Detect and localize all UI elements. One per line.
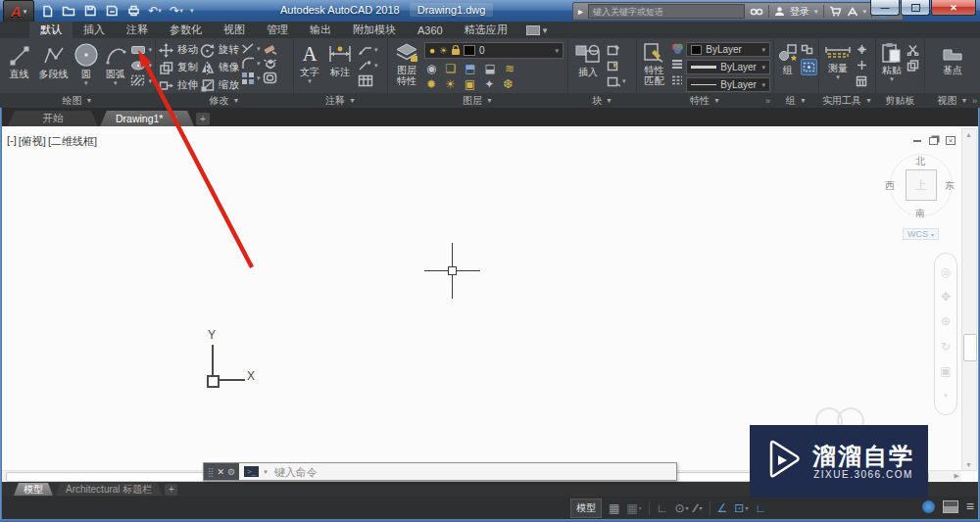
layer-properties-button[interactable]: 图层特性 bbox=[391, 40, 422, 86]
ribbon-tab-home[interactable]: 默认 bbox=[29, 22, 73, 38]
dialog-launcher-icon[interactable]: » bbox=[765, 96, 770, 106]
dropdown-arrow-icon[interactable]: ▾ bbox=[836, 74, 840, 80]
edit-attributes-button[interactable] bbox=[607, 59, 626, 71]
match-properties-button[interactable]: 特性匹配 bbox=[640, 40, 668, 86]
ellipse-tool-button[interactable]: ▾ bbox=[130, 59, 152, 71]
search-binoculars-icon[interactable] bbox=[750, 3, 763, 21]
performance-status-badge[interactable] bbox=[922, 500, 935, 513]
wcs-dropdown[interactable]: WCS▾ bbox=[903, 228, 939, 240]
offset-tool-button[interactable] bbox=[263, 71, 277, 84]
object-snap-tracking-toggle[interactable]: ∠ bbox=[717, 502, 728, 514]
zoom-extents-icon[interactable]: ⊕ bbox=[941, 315, 951, 327]
recent-commands-icon[interactable]: ▾ bbox=[264, 468, 268, 476]
qat-customize-button[interactable]: ▾ bbox=[190, 7, 194, 15]
app-store-cart-icon[interactable] bbox=[829, 3, 842, 21]
explode-tool-button[interactable] bbox=[263, 57, 277, 70]
linetype-icon[interactable] bbox=[670, 73, 684, 86]
group-edit-button[interactable] bbox=[801, 59, 817, 75]
dropdown-arrow-icon[interactable]: ▾ bbox=[639, 502, 642, 514]
sign-in-button[interactable]: 登录 bbox=[790, 5, 809, 19]
object-color-dropdown[interactable]: ByLayer▾ bbox=[686, 42, 770, 57]
layer-isolate-icon[interactable]: ⬓ bbox=[485, 63, 496, 74]
viewcube-south-label[interactable]: 南 bbox=[915, 207, 925, 220]
dropdown-arrow-icon[interactable]: ▾ bbox=[374, 62, 378, 70]
chevron-down-icon[interactable]: ▾ bbox=[863, 8, 867, 16]
dropdown-arrow-icon[interactable]: ▾ bbox=[114, 80, 118, 86]
save-button[interactable] bbox=[82, 4, 98, 18]
file-tab-drawing1[interactable]: Drawing1* ✕ bbox=[100, 111, 194, 126]
dropdown-arrow-icon[interactable]: ▾ bbox=[84, 80, 88, 86]
hatch-tool-button[interactable]: ▾ bbox=[130, 74, 152, 87]
snap-mode-toggle[interactable]: ▦▾ bbox=[626, 502, 641, 514]
dropdown-arrow-icon[interactable]: ▾ bbox=[686, 502, 689, 514]
stretch-tool-button[interactable]: 拉伸 bbox=[159, 77, 198, 93]
panel-label-view[interactable]: 视图▼» bbox=[925, 93, 980, 108]
vertical-scroll-thumb[interactable] bbox=[963, 334, 977, 361]
plot-button[interactable] bbox=[125, 4, 141, 18]
measure-button[interactable]: 测量 ▾ bbox=[822, 40, 854, 80]
dropdown-arrow-icon[interactable]: ▾ bbox=[257, 45, 261, 53]
layer-freeze-icon[interactable]: ❆ bbox=[503, 78, 513, 90]
insert-block-button[interactable]: 插入 bbox=[571, 40, 605, 77]
help-search-input[interactable] bbox=[588, 4, 745, 19]
viewport-visual-style-control[interactable]: [二维线框] bbox=[48, 134, 97, 149]
lineweight-icon[interactable] bbox=[670, 58, 684, 71]
model-space-toggle[interactable]: 模型 bbox=[570, 498, 602, 518]
layer-match-icon[interactable]: ❏ bbox=[445, 63, 456, 74]
layer-on-icon[interactable]: ✹ bbox=[426, 78, 436, 90]
panel-label-annotation[interactable]: 注释▼ bbox=[294, 93, 387, 108]
restore-button[interactable] bbox=[901, 0, 930, 16]
viewport-menu-control[interactable]: [-] bbox=[7, 134, 17, 149]
showmotion-icon[interactable]: ▣ bbox=[940, 365, 951, 377]
layer-previous-icon[interactable]: ⬒ bbox=[465, 63, 475, 74]
dropdown-arrow-icon[interactable]: ▾ bbox=[148, 62, 152, 70]
undo-button[interactable]: ↶▾ bbox=[147, 4, 163, 18]
lineweight-dropdown[interactable]: ByLayer▾ bbox=[686, 60, 770, 74]
paste-button[interactable]: 粘贴 ▾ bbox=[879, 40, 905, 82]
object-color-wheel-icon[interactable] bbox=[670, 42, 684, 55]
redo-button[interactable]: ↷▾ bbox=[169, 4, 184, 18]
panel-label-clipboard[interactable]: 剪贴板 bbox=[876, 93, 924, 108]
ribbon-tab-view[interactable]: 视图 bbox=[213, 22, 256, 38]
ribbon-tab-featured-apps[interactable]: 精选应用 bbox=[454, 22, 518, 38]
viewcube-east-label[interactable]: 东 bbox=[945, 179, 955, 193]
scroll-down-icon[interactable]: ▼ bbox=[965, 461, 972, 468]
chevron-down-icon[interactable]: ▾ bbox=[814, 8, 818, 16]
lineweight-display-toggle[interactable]: ∟ bbox=[755, 502, 766, 514]
ribbon-tab-manage[interactable]: 管理 bbox=[256, 22, 299, 38]
layer-off-icon[interactable]: ✦ bbox=[484, 78, 494, 90]
polar-tracking-toggle[interactable]: ⊙▾ bbox=[674, 502, 688, 514]
panel-label-draw[interactable]: 绘图▼ bbox=[0, 93, 155, 108]
dropdown-arrow-icon[interactable]: ▾ bbox=[257, 60, 261, 68]
isometric-drafting-toggle[interactable]: ∕∕▾ bbox=[696, 502, 703, 514]
trim-tool-button[interactable]: ▾ bbox=[241, 42, 261, 55]
block-attribute-button[interactable]: ▾ bbox=[607, 74, 626, 87]
arc-tool-button[interactable]: 圆弧 ▾ bbox=[102, 40, 128, 86]
dropdown-arrow-icon[interactable]: ▾ bbox=[622, 77, 626, 85]
rotate-tool-button[interactable]: 旋转 bbox=[200, 42, 239, 58]
application-menu-button[interactable]: A ▾ bbox=[3, 0, 34, 23]
copy-tool-button[interactable]: 复制 bbox=[159, 60, 198, 75]
dropdown-arrow-icon[interactable]: ▾ bbox=[890, 76, 894, 82]
orbit-icon[interactable]: ↻ bbox=[941, 341, 951, 353]
base-point-button[interactable]: 基点 bbox=[936, 40, 969, 75]
panel-label-properties[interactable]: 特性▼» bbox=[637, 93, 773, 108]
point-style-button[interactable] bbox=[856, 59, 868, 71]
file-tab-start[interactable]: 开始 bbox=[8, 111, 98, 126]
ribbon-tab-annotate[interactable]: 注释 bbox=[116, 22, 159, 38]
viewcube-north-label[interactable]: 北 bbox=[915, 155, 925, 168]
viewport-restore-icon[interactable] bbox=[929, 137, 938, 145]
close-command-icon[interactable]: ✕ bbox=[217, 467, 224, 477]
infocenter-collapse-icon[interactable]: ▸ bbox=[578, 7, 583, 17]
viewcube-west-label[interactable]: 西 bbox=[885, 179, 895, 193]
erase-tool-button[interactable] bbox=[263, 42, 277, 55]
fillet-tool-button[interactable]: ▾ bbox=[241, 57, 261, 70]
copy-clip-button[interactable] bbox=[906, 59, 919, 71]
layout-tab-architectural[interactable]: Architectural 标题栏 bbox=[56, 483, 162, 496]
panel-label-utilities[interactable]: 实用工具▼ bbox=[819, 93, 875, 108]
object-snap-toggle[interactable]: ⊡▾ bbox=[734, 502, 748, 514]
quick-calc-button[interactable] bbox=[856, 74, 868, 87]
autodesk-exchange-icon[interactable] bbox=[847, 3, 858, 21]
ungroup-button[interactable] bbox=[801, 43, 817, 56]
ribbon-display-toggle[interactable]: ▾ bbox=[526, 22, 548, 38]
